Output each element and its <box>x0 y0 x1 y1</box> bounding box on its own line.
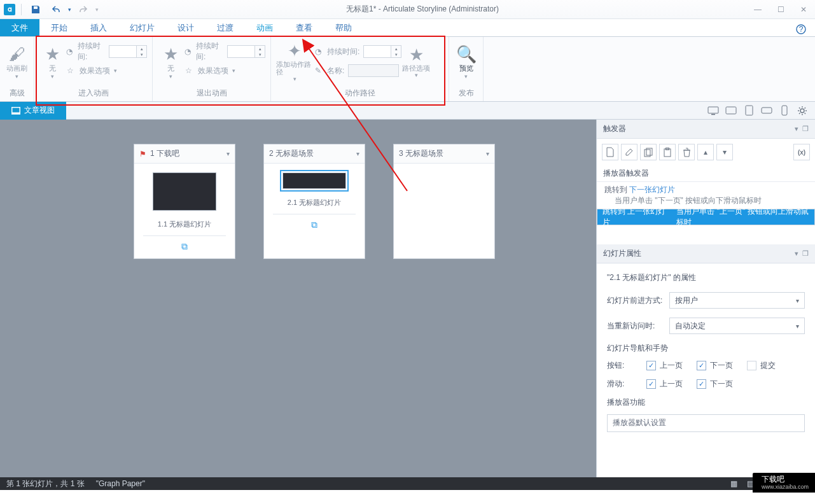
gear-icon[interactable] <box>795 104 810 118</box>
slide-gesture-label: 滑动: <box>607 379 632 389</box>
props-heading: "2.1 无标题幻灯片" 的属性 <box>607 272 805 283</box>
status-layout: "Graph Paper" <box>96 479 145 488</box>
svg-rect-8 <box>746 106 753 115</box>
divider <box>273 214 356 214</box>
slide-next-checkbox[interactable]: ✓ <box>697 379 706 389</box>
scene-card[interactable]: ⚑1 下载吧▾1.1 无标题幻灯片⧉ <box>134 144 235 259</box>
view-tablet-landscape-icon[interactable] <box>723 104 739 118</box>
slide-prev-checkbox[interactable]: ✓ <box>646 379 656 389</box>
svg-rect-7 <box>726 107 736 114</box>
tab-view[interactable]: 查看 <box>284 19 324 36</box>
player-features-select[interactable]: 播放器默认设置 <box>607 414 805 432</box>
exit-duration-label: 持续时间: <box>196 41 223 62</box>
path-options-button[interactable]: ★ 路径选项 ▾ <box>401 39 431 85</box>
slide-thumbnail[interactable] <box>282 172 346 189</box>
motion-duration-label: 持续时间: <box>327 46 359 57</box>
trigger-down-button[interactable]: ▾ <box>716 144 733 160</box>
player-triggers-heading: 播放器触发器 <box>597 165 815 182</box>
submit-button-checkbox[interactable] <box>747 361 756 370</box>
view-phone-portrait-icon[interactable] <box>777 104 792 118</box>
tab-help[interactable]: 帮助 <box>324 19 363 36</box>
tab-insert[interactable]: 插入 <box>79 19 118 36</box>
scene-title: 2 无标题场景 <box>269 148 314 159</box>
status-slide-count: 第 1 张幻灯片，共 1 张 <box>6 479 85 489</box>
scene-card[interactable]: 3 无标题场景▾ <box>393 144 495 259</box>
prev-button-checkbox[interactable]: ✓ <box>646 361 656 370</box>
trigger-delete-button[interactable] <box>678 144 695 160</box>
panel-menu-icon[interactable]: ▾ <box>795 125 798 133</box>
sb-grid-icon[interactable]: ▦ <box>728 479 739 489</box>
entrance-effect-button[interactable]: 效果选项 <box>80 66 110 76</box>
trigger-new-button[interactable] <box>602 144 618 160</box>
trigger-edit-button[interactable] <box>621 144 637 160</box>
link-icon: ⧉ <box>143 241 226 252</box>
close-button[interactable]: ✕ <box>792 1 815 18</box>
trigger-copy-button[interactable] <box>640 144 657 160</box>
trigger-paste-button[interactable] <box>659 144 676 160</box>
tab-transitions[interactable]: 过渡 <box>205 19 245 36</box>
group-label-publish: 发布 <box>454 87 478 100</box>
star-icon: ☆ <box>66 66 76 75</box>
motion-name-input[interactable] <box>348 64 399 77</box>
entrance-duration-label: 持续时间: <box>78 41 105 62</box>
svg-point-11 <box>800 109 804 113</box>
view-tablet-portrait-icon[interactable] <box>741 104 756 118</box>
tab-file[interactable]: 文件 <box>0 19 39 36</box>
view-desktop-icon[interactable] <box>706 104 721 118</box>
help-icon[interactable]: ? <box>792 20 810 38</box>
exit-none-button[interactable]: ★ 无 ▾ <box>158 39 184 85</box>
panel-menu-icon[interactable]: ▾ <box>795 249 798 258</box>
svg-rect-5 <box>708 107 718 113</box>
qat-save[interactable] <box>27 2 44 17</box>
next-button-checkbox[interactable]: ✓ <box>697 361 706 370</box>
advance-label: 幻灯片前进方式: <box>607 295 663 306</box>
slide-thumbnail[interactable] <box>153 172 216 211</box>
entrance-duration-input[interactable]: ▴▾ <box>109 45 147 58</box>
exit-duration-input[interactable]: ▴▾ <box>227 45 265 58</box>
panel-undock-icon[interactable]: ❐ <box>802 125 809 133</box>
preview-button[interactable]: 🔍 预览 ▾ <box>454 39 478 85</box>
tab-animations[interactable]: 动画 <box>245 19 284 36</box>
revisit-select[interactable]: 自动决定▾ <box>669 318 805 334</box>
trigger-up-button[interactable]: ▴ <box>697 144 714 160</box>
group-label-motion: 动作路径 <box>276 87 443 100</box>
pencil-icon: ✎ <box>313 66 323 75</box>
slide-properties-title: 幻灯片属性 <box>603 248 641 259</box>
animation-painter-button[interactable]: 🖌 动画刷 ▾ <box>5 39 29 85</box>
trigger-item[interactable]: 跳转到 下一张幻灯片当用户单击 "下一页" 按钮或向下滑动鼠标时 <box>597 182 815 209</box>
qat-redo <box>75 2 92 17</box>
advance-select[interactable]: 按用户▾ <box>669 292 805 309</box>
revisit-label: 当重新访问时: <box>607 321 663 332</box>
chevron-down-icon[interactable]: ▾ <box>226 150 230 157</box>
qat-undo[interactable] <box>48 2 64 17</box>
group-label-exit: 退出动画 <box>158 87 265 100</box>
maximize-button[interactable]: ☐ <box>769 1 792 18</box>
player-section: 播放器功能 <box>607 397 805 408</box>
view-phone-landscape-icon[interactable] <box>759 104 774 118</box>
add-motion-path-button[interactable]: ✦ 添加动作路径 ▾ <box>276 39 313 85</box>
buttons-label: 按钮: <box>607 360 632 371</box>
trigger-variables-button[interactable]: (x) <box>793 144 810 160</box>
trigger-item[interactable]: 跳转到 上一张幻灯片当用户单击 "上一页" 按钮或向上滑动鼠标时 <box>597 209 815 225</box>
tab-home[interactable]: 开始 <box>39 19 79 36</box>
story-view-tab[interactable]: 文章视图 <box>0 102 66 120</box>
panel-undock-icon[interactable]: ❐ <box>802 249 809 258</box>
scene-title: 1 下载吧 <box>150 148 179 159</box>
slide-caption: 1.1 无标题幻灯片 <box>143 220 226 229</box>
chevron-down-icon[interactable]: ▾ <box>356 150 359 157</box>
tab-slides[interactable]: 幻灯片 <box>118 19 166 36</box>
triggers-title: 触发器 <box>603 123 626 134</box>
exit-effect-button[interactable]: 效果选项 <box>198 66 228 76</box>
motion-duration-input[interactable]: ▴▾ <box>363 45 401 58</box>
minimize-button[interactable]: — <box>746 1 769 18</box>
svg-rect-9 <box>762 108 772 113</box>
clock-icon: ◔ <box>184 47 192 56</box>
scene-card[interactable]: 2 无标题场景▾2.1 无标题幻灯片⧉ <box>263 144 365 259</box>
scene-title: 3 无标题场景 <box>399 148 443 159</box>
svg-rect-4 <box>13 108 20 112</box>
watermark: 下载吧 www.xiazaiba.com <box>753 473 815 493</box>
divider <box>143 235 226 236</box>
chevron-down-icon[interactable]: ▾ <box>486 150 489 157</box>
tab-design[interactable]: 设计 <box>166 19 205 36</box>
entrance-none-button[interactable]: ★ 无 ▾ <box>39 39 66 85</box>
